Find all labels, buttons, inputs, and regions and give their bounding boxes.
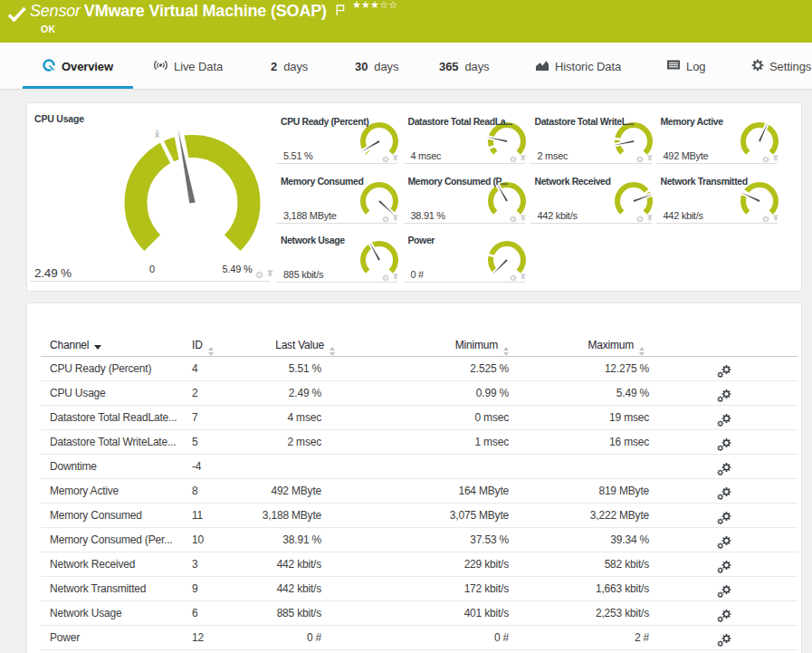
channel-name[interactable]: Network Usage xyxy=(50,601,121,626)
log-icon xyxy=(666,59,681,73)
channel-last-value: 5.51 % xyxy=(213,357,321,381)
sensor-kind-label: Sensor xyxy=(30,2,81,20)
channel-settings-gear-icon[interactable] xyxy=(255,271,263,279)
channel-settings-gear-icon[interactable] xyxy=(762,156,769,163)
column-header-label: Minimum xyxy=(455,339,498,351)
channel-id: 7 xyxy=(192,406,197,430)
gauge-title: Power xyxy=(408,235,435,245)
channel-minimum: 229 kbit/s xyxy=(367,552,509,577)
channel-id: 3 xyxy=(192,552,197,577)
channel-name[interactable]: Downtime xyxy=(50,455,97,479)
gauge-title: Memory Active xyxy=(661,116,723,127)
channel-last-value: 3,188 MByte xyxy=(213,504,321,528)
tab-overview[interactable]: Overview xyxy=(42,43,113,90)
column-header-maximum[interactable]: Maximum xyxy=(536,337,645,356)
channel-settings-gear-icon[interactable] xyxy=(636,216,644,223)
channel-settings-gear-icon[interactable] xyxy=(636,156,644,163)
channel-id: 4 xyxy=(192,357,197,381)
channel-name[interactable]: Datastore Total ReadLate... xyxy=(50,406,177,430)
channel-last-value: 885 kbit/s xyxy=(213,601,321,626)
tab-settings[interactable]: Settings xyxy=(751,43,811,90)
channel-row[interactable]: Downtime-4 xyxy=(41,455,798,479)
tab-bar: OverviewLive Data2days30days365daysHisto… xyxy=(0,43,812,90)
channel-name[interactable]: Memory Consumed xyxy=(50,504,142,528)
gauge-cell: Network Usage885 kbit/s xyxy=(279,232,398,292)
channel-last-value: 38.91 % xyxy=(213,528,321,552)
channel-settings-gear-icon[interactable] xyxy=(510,156,517,163)
sort-icon xyxy=(330,347,335,356)
channel-row[interactable]: Datastore Total ReadLate...74 msec0 msec… xyxy=(41,406,798,430)
gauge-cell: CPU Ready (Percent)5.51 % xyxy=(279,113,398,173)
channel-minimum: 2.525 % xyxy=(367,357,509,381)
areachart-icon xyxy=(535,59,549,74)
channel-id: -4 xyxy=(192,455,201,479)
tab-live-data[interactable]: Live Data xyxy=(153,43,223,90)
pin-icon[interactable] xyxy=(266,270,274,280)
channel-id: 11 xyxy=(192,504,203,528)
gauge-title: Network Usage xyxy=(281,235,345,245)
channel-row[interactable]: Memory Consumed (Per...1038.91 %37.53 %3… xyxy=(41,528,798,552)
flag-icon[interactable] xyxy=(336,4,348,20)
channel-name[interactable]: Network Transmitted xyxy=(50,577,146,601)
gauge-title: Memory Consumed xyxy=(281,176,363,187)
main-gauge-scale-max: 5.49 % xyxy=(179,264,295,274)
channel-row[interactable]: Power120 #0 #2 # xyxy=(41,626,798,650)
column-header-channel[interactable]: Channel xyxy=(50,337,101,354)
tab-number: 30 xyxy=(355,60,368,73)
channel-settings-gear-icon[interactable] xyxy=(382,156,389,163)
channel-row[interactable]: Network Transmitted9442 kbit/s172 kbit/s… xyxy=(41,577,798,601)
channel-row[interactable]: Datastore Total WriteLate...52 msec1 mse… xyxy=(41,430,798,455)
channel-settings-gear-icon[interactable] xyxy=(762,216,769,223)
tab-label: Historic Data xyxy=(555,60,621,73)
channel-maximum: 19 msec xyxy=(530,406,649,430)
channel-id: 10 xyxy=(192,528,204,552)
channel-last-value: 0 # xyxy=(213,626,321,650)
channel-name[interactable]: CPU Ready (Percent) xyxy=(50,357,151,381)
channel-last-value: 492 MByte xyxy=(213,479,321,504)
status-badge: OK xyxy=(41,24,55,34)
channel-settings-gear-icon[interactable] xyxy=(382,274,389,282)
channel-name[interactable]: Network Received xyxy=(50,552,135,577)
tab-historic-data[interactable]: Historic Data xyxy=(535,43,621,90)
channel-minimum: 1 msec xyxy=(367,430,509,455)
channel-name[interactable]: Datastore Total WriteLate... xyxy=(50,430,176,455)
column-header-label: Last Value xyxy=(275,339,324,351)
channel-settings-gear-icon[interactable] xyxy=(510,216,517,223)
column-header-last-value[interactable]: Last Value xyxy=(226,337,335,356)
channel-name[interactable]: Power xyxy=(50,626,80,650)
column-header-id[interactable]: ID xyxy=(192,337,214,356)
column-header-minimum[interactable]: Minimum xyxy=(400,337,509,356)
main-gauge xyxy=(115,129,269,259)
channel-minimum: 0 msec xyxy=(367,406,509,430)
gauge-cell: Network Received442 kbit/s xyxy=(533,173,653,233)
channel-name[interactable]: Memory Active xyxy=(50,479,119,504)
channel-name[interactable]: Memory Consumed (Per... xyxy=(50,528,172,552)
gauge-cell: Memory Active492 MByte xyxy=(659,113,779,173)
channel-row[interactable]: Network Usage6885 kbit/s401 kbit/s2,253 … xyxy=(41,601,798,626)
gauge-value: 0 # xyxy=(411,269,424,280)
gauge-value: 38.91 % xyxy=(411,210,445,221)
channel-settings-gear-icon[interactable] xyxy=(382,216,389,223)
divider xyxy=(404,282,525,283)
tab-label: Settings xyxy=(769,60,811,73)
channel-row[interactable]: CPU Usage22.49 %0.99 %5.49 % xyxy=(41,381,798,406)
divider xyxy=(530,163,652,164)
priority-stars[interactable]: ★★★☆☆ xyxy=(352,0,397,11)
channel-row[interactable]: Network Received3442 kbit/s229 kbit/s582… xyxy=(41,552,798,577)
channel-minimum: 164 MByte xyxy=(367,479,509,504)
channel-row[interactable]: CPU Ready (Percent)45.51 %2.525 %12.275 … xyxy=(41,357,798,381)
divider xyxy=(276,163,397,164)
tab-log[interactable]: Log xyxy=(666,43,705,90)
tab-days[interactable]: 365days xyxy=(439,43,489,90)
gauge-value: 442 kbit/s xyxy=(538,210,578,221)
channel-settings-gear-icon[interactable] xyxy=(510,274,517,282)
tab-days[interactable]: 30days xyxy=(355,43,398,90)
channel-row[interactable]: Memory Consumed113,188 MByte3,075 MByte3… xyxy=(41,504,798,528)
channel-maximum: 819 MByte xyxy=(530,479,649,504)
channel-row[interactable]: Memory Active8492 MByte164 MByte819 MByt… xyxy=(41,479,798,504)
channel-settings-gears-icon[interactable] xyxy=(715,626,733,653)
channel-minimum: 0.99 % xyxy=(367,381,509,406)
main-gauge-value: 2.49 % xyxy=(34,266,72,280)
channel-name[interactable]: CPU Usage xyxy=(50,381,106,406)
tab-days[interactable]: 2days xyxy=(271,43,308,90)
